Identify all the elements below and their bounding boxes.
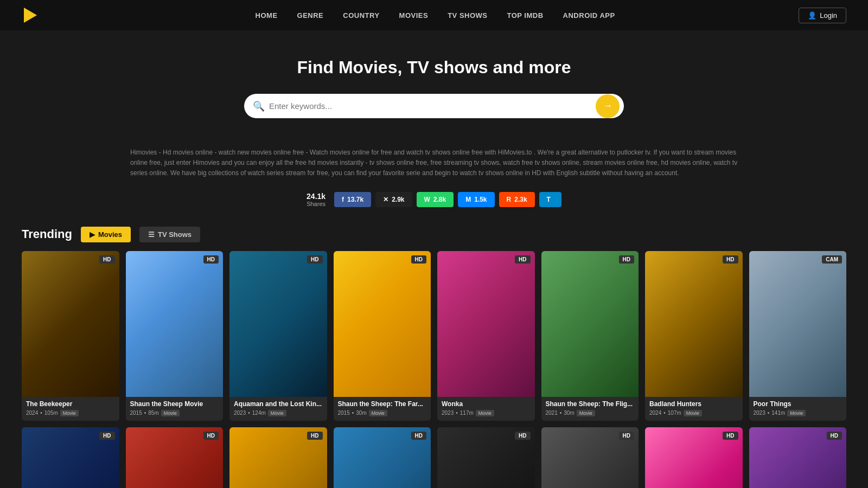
movies-row-1: HD The Beekeeper 2024 • 105m Movie HD Sh…	[22, 251, 846, 421]
quality-badge: HD	[515, 255, 530, 264]
movie-year: 2015	[130, 410, 142, 416]
messenger-icon: M	[465, 196, 471, 203]
list-icon: ☰	[148, 230, 155, 239]
movie-duration: 107m	[668, 410, 681, 416]
movie-title: Shaun the Sheep: The Flig...	[546, 400, 635, 408]
nav-android[interactable]: ANDROID APP	[563, 11, 615, 20]
login-button[interactable]: 👤 Login	[799, 8, 846, 23]
navbar: HOME GENRE COUNTRY MOVIES TV SHOWS TOP I…	[0, 0, 868, 30]
share-telegram[interactable]: T	[539, 192, 561, 207]
user-icon: 👤	[808, 11, 816, 20]
movie-duration: 105m	[44, 410, 58, 416]
twitter-icon: ✕	[383, 196, 388, 203]
movie-info: Shaun the Sheep Movie 2015 • 85m Movie	[126, 397, 224, 421]
movie-card[interactable]: HD Movie Title 3 2023 • 95m Movie	[229, 427, 327, 488]
trending-header: Trending ▶ Movies ☰ TV Shows	[22, 227, 846, 242]
movie-type-badge: Movie	[161, 410, 180, 416]
movie-meta: 2023 • 141m Movie	[754, 410, 843, 416]
nav-movies[interactable]: MOVIES	[399, 11, 429, 20]
share-messenger[interactable]: M 1.5k	[458, 192, 494, 207]
quality-badge: HD	[827, 432, 842, 440]
movie-year: 2024	[649, 410, 661, 416]
movie-type-badge: Movie	[60, 410, 79, 416]
quality-badge: HD	[203, 432, 219, 440]
movie-title: Shaun the Sheep: The Far...	[338, 400, 427, 408]
share-whatsapp[interactable]: W 2.8k	[417, 192, 454, 207]
share-twitter[interactable]: ✕ 2.9k	[375, 192, 412, 207]
movie-card[interactable]: CAM Poor Things 2023 • 141m Movie	[749, 251, 847, 421]
reddit-icon: R	[507, 196, 512, 203]
quality-badge: HD	[307, 432, 322, 440]
movie-card[interactable]: HD Aquaman and the Lost Kin... 2023 • 12…	[229, 251, 327, 421]
movie-duration: 30m	[356, 410, 366, 416]
movie-year: 2023	[754, 410, 765, 416]
search-bar: 🔍 →	[244, 94, 624, 118]
movie-duration: 124m	[252, 410, 266, 416]
nav-tvshows[interactable]: TV SHOWS	[448, 11, 487, 20]
nav-topimdb[interactable]: TOP IMDB	[507, 11, 544, 20]
quality-badge: HD	[99, 255, 114, 264]
movie-title: Poor Things	[754, 400, 843, 408]
movie-meta: 2015 • 30m Movie	[338, 410, 427, 416]
tab-tvshows[interactable]: ☰ TV Shows	[139, 227, 200, 242]
movie-card[interactable]: HD Shaun the Sheep Movie 2015 • 85m Movi…	[126, 251, 224, 421]
movie-duration: 30m	[564, 410, 574, 416]
search-button[interactable]: →	[596, 94, 620, 118]
share-reddit[interactable]: R 2.3k	[499, 192, 535, 207]
nav-home[interactable]: HOME	[256, 11, 278, 20]
movie-meta: 2024 • 105m Movie	[26, 410, 115, 416]
movie-card[interactable]: HD Movie Title 2 2023 • 112m Movie	[126, 427, 224, 488]
movie-card[interactable]: HD Shaun the Sheep: The Flig... 2021 • 3…	[541, 251, 639, 421]
movie-card[interactable]: HD Movie Title 6 2023 • 120m Movie	[541, 427, 639, 488]
movie-duration: 85m	[148, 410, 158, 416]
facebook-icon: f	[342, 196, 344, 203]
movie-title: Wonka	[442, 400, 531, 408]
movie-meta: 2023 • 124m Movie	[234, 410, 323, 416]
search-input[interactable]	[269, 94, 596, 118]
movie-card[interactable]: HD The Underdoggs 2024 • 102m Movie	[334, 427, 431, 488]
movie-card[interactable]: HD Barbie 2023 • 114m Movie	[645, 427, 743, 488]
movie-year: 2021	[546, 410, 558, 416]
movie-duration: 141m	[771, 410, 785, 416]
quality-badge: HD	[411, 255, 426, 264]
tab-movies[interactable]: ▶ Movies	[81, 227, 131, 242]
movie-year: 2023	[234, 410, 246, 416]
share-facebook[interactable]: f 13.7k	[334, 192, 371, 207]
quality-badge: CAM	[822, 255, 842, 264]
movie-info: Wonka 2023 • 117m Movie	[437, 397, 535, 421]
movie-info: Shaun the Sheep: The Flig... 2021 • 30m …	[541, 397, 639, 421]
movie-card[interactable]: HD Shaun the Sheep: The Far... 2015 • 30…	[334, 251, 431, 421]
movie-title: The Beekeeper	[26, 400, 115, 408]
hero-section: Find Movies, TV shows and more 🔍 →	[0, 30, 868, 134]
quality-badge: HD	[723, 255, 738, 264]
nav-country[interactable]: COUNTRY	[343, 11, 379, 20]
nav-links: HOME GENRE COUNTRY MOVIES TV SHOWS TOP I…	[72, 11, 799, 20]
movie-year: 2024	[26, 410, 38, 416]
movie-card[interactable]: HD Badland Hunters 2024 • 107m Movie	[645, 251, 743, 421]
movie-year: 2023	[442, 410, 454, 416]
movie-duration: 117m	[460, 410, 474, 416]
quality-badge: HD	[723, 432, 738, 440]
movie-meta: 2023 • 117m Movie	[442, 410, 531, 416]
trending-section: Trending ▶ Movies ☰ TV Shows HD The Beek…	[0, 216, 868, 488]
movie-title: Aquaman and the Lost Kin...	[234, 400, 323, 408]
movie-title: Badland Hunters	[649, 400, 738, 408]
movie-type-badge: Movie	[476, 410, 494, 416]
movie-meta: 2015 • 85m Movie	[130, 410, 219, 416]
movie-card[interactable]: HD Silent Night 2023 • 108m Movie	[437, 427, 535, 488]
movie-card[interactable]: HD The Beekeeper 2024 • 105m Movie	[22, 251, 119, 421]
movie-info: Aquaman and the Lost Kin... 2023 • 124m …	[229, 397, 327, 421]
logo[interactable]	[22, 7, 39, 24]
share-bar: 24.1k Shares f 13.7k ✕ 2.9k W 2.8k M 1.5…	[0, 192, 868, 207]
trending-title: Trending	[22, 227, 72, 241]
movie-type-badge: Movie	[369, 410, 387, 416]
nav-genre[interactable]: GENRE	[297, 11, 324, 20]
movie-card[interactable]: HD Movie Title 1 2024 • 98m Movie	[22, 427, 119, 488]
search-icon: 🔍	[253, 100, 265, 112]
quality-badge: HD	[411, 432, 426, 440]
movie-card[interactable]: HD Wonka 2023 • 117m Movie	[437, 251, 535, 421]
movie-type-badge: Movie	[577, 410, 595, 416]
share-total: 24.1k Shares	[307, 192, 326, 207]
movie-card[interactable]: HD Movie Title 8 2023 • 130m Movie	[749, 427, 847, 488]
movie-meta: 2024 • 107m Movie	[649, 410, 738, 416]
